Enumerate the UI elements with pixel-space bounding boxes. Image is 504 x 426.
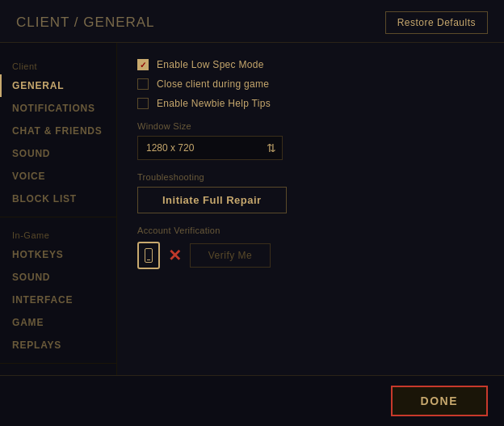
window-size-label: Window Size [137, 121, 484, 131]
content-area: Enable Low Spec Mode Close client during… [117, 43, 504, 375]
sidebar-item-interface[interactable]: INTERFACE [0, 289, 116, 311]
title-prefix: CLIENT / [16, 15, 83, 30]
sidebar-divider-2 [0, 363, 116, 364]
checkbox-newbie-tips-label: Enable Newbie Help Tips [157, 98, 271, 109]
phone-icon-inner [145, 248, 153, 263]
window-size-select[interactable]: 1280 x 720 1920 x 1080 1024 x 768 [137, 136, 283, 160]
page-title: CLIENT / GENERAL [16, 15, 155, 31]
sidebar-item-replays[interactable]: REPLAYS [0, 334, 116, 356]
account-verification-section: Account Verification ✕ Verify Me [137, 226, 484, 269]
title-main: GENERAL [83, 15, 154, 30]
main-layout: Client GENERAL NOTIFICATIONS CHAT & FRIE… [0, 43, 504, 375]
initiate-full-repair-button[interactable]: Initiate Full Repair [137, 187, 287, 213]
troubleshooting-section: Troubleshooting Initiate Full Repair [137, 172, 484, 213]
app-container: CLIENT / GENERAL Restore Defaults Client… [0, 0, 504, 426]
client-section-label: Client [0, 55, 116, 74]
sidebar-item-notifications[interactable]: NOTIFICATIONS [0, 97, 116, 120]
done-button[interactable]: DONE [391, 386, 488, 416]
sidebar: Client GENERAL NOTIFICATIONS CHAT & FRIE… [0, 43, 117, 375]
x-mark-icon: ✕ [168, 246, 182, 265]
sidebar-divider-1 [0, 217, 116, 217]
verify-me-button[interactable]: Verify Me [190, 243, 271, 268]
checkbox-newbie-tips[interactable]: Enable Newbie Help Tips [137, 98, 484, 109]
window-size-group: Window Size 1280 x 720 1920 x 1080 1024 … [137, 121, 484, 160]
sidebar-item-general[interactable]: GENERAL [0, 74, 116, 97]
troubleshooting-label: Troubleshooting [137, 172, 484, 182]
checkbox-low-spec-mode[interactable]: Enable Low Spec Mode [137, 59, 484, 70]
sidebar-item-hotkeys[interactable]: HOTKEYS [0, 243, 116, 266]
checkbox-low-spec-label: Enable Low Spec Mode [157, 59, 264, 70]
sidebar-item-voice[interactable]: VOICE [0, 165, 116, 188]
header: CLIENT / GENERAL Restore Defaults [0, 0, 504, 43]
checkbox-close-client-box[interactable] [137, 78, 149, 90]
sidebar-item-chat-friends[interactable]: CHAT & FRIENDS [0, 120, 116, 142]
sidebar-item-game[interactable]: GAME [0, 311, 116, 334]
checkbox-low-spec-box[interactable] [137, 59, 149, 70]
checkbox-close-client[interactable]: Close client during game [137, 78, 484, 90]
restore-defaults-button[interactable]: Restore Defaults [385, 11, 488, 34]
sidebar-item-block-list[interactable]: BLOCK LIST [0, 188, 116, 210]
checkbox-close-client-label: Close client during game [157, 78, 269, 90]
verify-row: ✕ Verify Me [137, 242, 484, 269]
window-size-select-wrapper: 1280 x 720 1920 x 1080 1024 x 768 ⇅ [137, 136, 283, 160]
account-verification-label: Account Verification [137, 226, 484, 235]
checkbox-newbie-tips-box[interactable] [137, 98, 149, 109]
sidebar-item-sound[interactable]: SOUND [0, 142, 116, 165]
ingame-section-label: In-Game [0, 224, 116, 243]
sidebar-item-sound-ingame[interactable]: SOUND [0, 266, 116, 289]
footer: DONE [0, 375, 504, 426]
phone-icon [137, 242, 160, 269]
